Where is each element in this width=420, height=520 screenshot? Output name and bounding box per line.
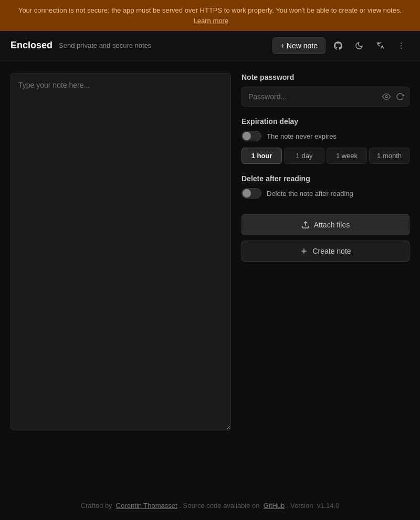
delete-toggle[interactable] [242, 188, 261, 199]
expiration-1day-button[interactable]: 1 day [284, 148, 324, 164]
delete-section: Delete after reading Delete the note aft… [242, 174, 410, 205]
svg-point-1 [401, 45, 402, 46]
expiration-1week-button[interactable]: 1 week [327, 148, 367, 164]
expiration-1month-button[interactable]: 1 month [369, 148, 410, 164]
attach-files-button[interactable]: Attach files [242, 214, 410, 235]
expiration-buttons: 1 hour 1 day 1 week 1 month [242, 148, 410, 164]
right-panel: Note password [242, 73, 410, 479]
more-options-button[interactable] [393, 37, 410, 54]
svg-point-3 [385, 96, 387, 98]
app-logo: Enclosed [10, 40, 52, 51]
warning-banner: Your connection is not secure, the app m… [0, 0, 420, 31]
delete-title: Delete after reading [242, 174, 410, 183]
password-input-wrapper [242, 87, 410, 107]
translate-button[interactable] [372, 37, 388, 54]
upload-icon [301, 221, 310, 229]
dark-mode-button[interactable] [351, 37, 368, 54]
footer-text-after: . Version [287, 502, 313, 509]
expiration-toggle-row: The note never expires [242, 131, 410, 141]
github-icon [334, 41, 342, 50]
expiration-toggle[interactable] [242, 131, 261, 141]
header: Enclosed Send private and secure notes +… [0, 31, 420, 60]
password-title: Note password [242, 73, 410, 81]
toggle-password-visibility-button[interactable] [381, 91, 392, 102]
app-tagline: Send private and secure notes [59, 41, 151, 49]
attach-files-label: Attach files [314, 221, 350, 229]
svg-point-2 [401, 47, 402, 48]
warning-text: Your connection is not secure, the app m… [18, 6, 402, 14]
header-actions: + New note [272, 37, 410, 54]
note-area [10, 73, 231, 479]
generate-password-button[interactable] [395, 91, 405, 102]
new-note-button[interactable]: + New note [272, 37, 326, 54]
refresh-icon [396, 92, 404, 101]
new-note-label: + New note [280, 41, 318, 50]
footer-github-link[interactable]: GitHub [264, 502, 285, 509]
footer-text-middle: . Source code available on [179, 502, 259, 509]
footer: Crafted by Corentin Thomasset . Source c… [0, 491, 420, 520]
delete-toggle-label: Delete the note after reading [267, 190, 353, 197]
more-icon [397, 41, 405, 50]
create-note-label: Create note [312, 247, 351, 255]
expiration-1hour-button[interactable]: 1 hour [242, 148, 282, 164]
moon-icon [355, 41, 363, 50]
svg-point-0 [401, 43, 402, 44]
footer-text-before: Crafted by [81, 502, 112, 509]
delete-toggle-row: Delete the note after reading [242, 188, 410, 199]
expiration-toggle-label: The note never expires [267, 132, 337, 140]
expiration-title: Expiration delay [242, 117, 410, 126]
password-icon-group [381, 91, 405, 102]
footer-author-link[interactable]: Corentin Thomasset [116, 502, 177, 509]
create-note-button[interactable]: Create note [242, 241, 410, 262]
password-section: Note password [242, 73, 410, 107]
expiration-section: Expiration delay The note never expires … [242, 117, 410, 164]
note-textarea[interactable] [10, 73, 231, 430]
translate-icon [376, 41, 384, 50]
main-content: Note password [0, 60, 420, 491]
learn-more-link[interactable]: Learn more [194, 17, 228, 25]
github-button[interactable] [330, 37, 346, 54]
plus-icon [300, 247, 308, 255]
eye-icon [382, 92, 391, 101]
footer-version: v1.14.0 [317, 502, 340, 509]
